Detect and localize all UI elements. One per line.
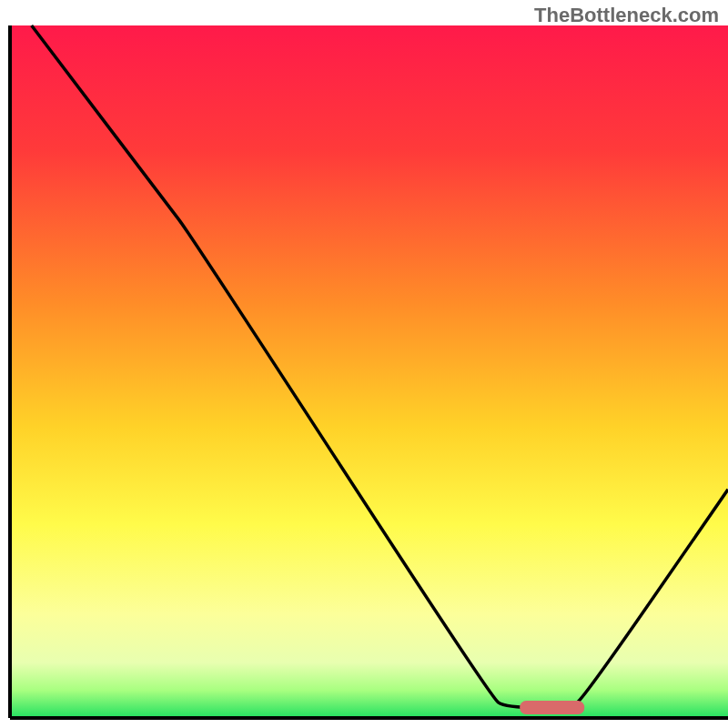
plot-background (10, 25, 728, 718)
bottleneck-chart (0, 0, 728, 728)
optimal-marker (520, 701, 584, 714)
chart-container: TheBottleneck.com (0, 0, 728, 728)
watermark-text: TheBottleneck.com (534, 4, 719, 27)
